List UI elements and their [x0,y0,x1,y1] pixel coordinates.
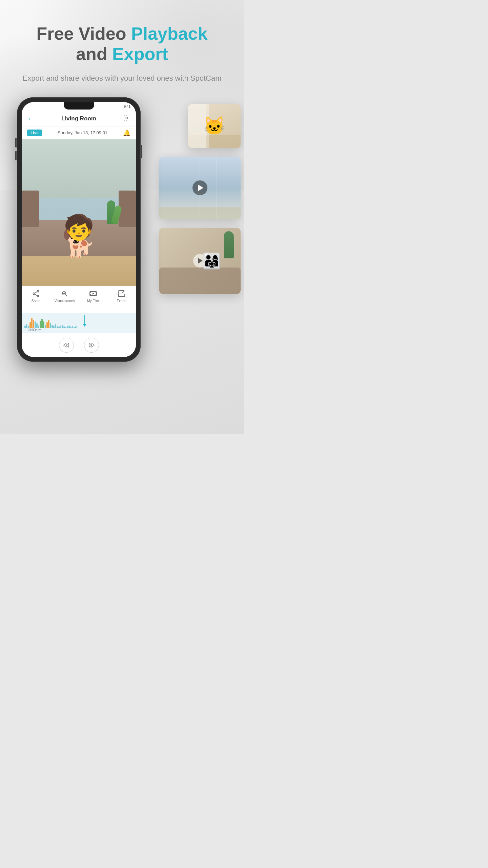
svg-rect-13 [119,291,122,294]
svg-line-7 [65,295,67,296]
bottom-toolbar: Share Visual search [22,286,136,313]
timeline-cursor[interactable] [84,315,85,327]
page-wrapper: Free Video Playback and Export Export an… [0,0,244,434]
title-main: Free Video Playback and Export [0,24,244,64]
title-text-1: Free Video [37,24,126,43]
phone-outer: 9:41 ← Living Room [17,97,141,362]
timeline-bars [22,315,136,328]
title-text-2: and [76,44,107,64]
live-badge: Live [27,130,42,136]
svg-point-1 [37,290,39,292]
thumbnail-card-2[interactable] [159,157,241,219]
visual-search-icon [60,290,68,298]
title-highlight-1: Playback [131,24,208,43]
timeline-area[interactable]: 13:00p.m. [22,313,136,333]
rewind-icon [63,342,70,349]
share-icon [32,290,40,298]
phone-notch [64,102,94,110]
phone-screen: 9:41 ← Living Room [22,102,136,357]
visual-search-tool[interactable]: Visual search [54,290,75,303]
live-bar: Live Sunday, Jan 13, 17:09:01 🔔 [22,126,136,139]
svg-point-3 [37,295,39,297]
fast-forward-icon [88,342,95,349]
phone-vol-down-button [15,151,17,160]
share-tool[interactable]: Share [26,290,46,303]
subtitle-text: Export and share videos with your loved … [0,73,244,84]
export-label: Export [117,299,126,303]
family-scene: 👨‍👩‍👧 [159,228,241,294]
rewind-button[interactable] [59,338,74,353]
phone-vol-up-button [15,138,17,147]
phone-power-button [141,145,142,158]
gear-icon [123,114,130,122]
play-button-2[interactable] [192,180,207,195]
svg-line-5 [35,294,37,296]
film-icon [89,290,97,298]
share-label: Share [32,299,41,303]
export-icon [118,290,126,298]
bell-icon: 🔔 [123,129,130,137]
status-time: 9:41 [124,105,130,108]
hallway-scene [159,157,241,219]
svg-line-4 [35,292,37,293]
export-tool[interactable]: Export [111,290,132,303]
settings-button[interactable] [123,114,130,123]
cat-scene: 🐱 [188,104,241,148]
title-highlight-2: Export [112,44,168,64]
fast-forward-button[interactable] [84,338,99,353]
app-header: ← Living Room [22,112,136,126]
phone-mockup: 9:41 ← Living Room [17,97,141,362]
my-film-tool[interactable]: My Film [83,290,103,303]
thumbnail-card-1[interactable]: 🐱 [188,104,241,148]
svg-point-2 [33,293,35,294]
camera-feed: 🧒 🐕 [22,139,136,286]
my-film-label: My Film [87,299,99,303]
svg-point-0 [126,117,128,119]
visual-search-label: Visual search [54,299,75,303]
back-button[interactable]: ← [27,114,35,123]
thumbnail-card-3[interactable]: 👨‍👩‍👧 [159,228,241,294]
page-title: Living Room [61,115,96,122]
live-timestamp: Sunday, Jan 13, 17:09:01 [46,130,119,135]
title-section: Free Video Playback and Export Export an… [0,0,244,91]
playback-controls [22,333,136,357]
timeline-time-label: 13:00p.m. [27,328,42,332]
content-area: 🐱 👨‍👩‍👧 [0,97,244,375]
